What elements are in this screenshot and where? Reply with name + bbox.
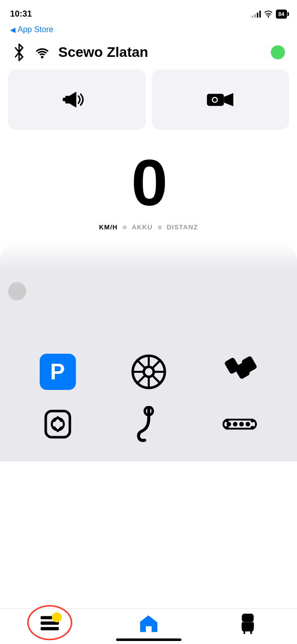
tab-controls[interactable]	[0, 614, 99, 632]
speed-display: 0	[0, 135, 297, 215]
home-indicator	[116, 638, 181, 641]
controls-icon-wrap	[40, 614, 60, 632]
status-bar: 10:31 84	[0, 0, 297, 24]
quick-actions-row	[0, 69, 297, 130]
camera-button[interactable]	[152, 69, 289, 130]
header: Scewo Zlatan	[0, 38, 297, 69]
elevator-button[interactable]	[38, 404, 78, 444]
metric-separator-2	[158, 225, 162, 229]
svg-point-25	[239, 422, 244, 427]
svg-line-15	[137, 375, 145, 383]
selector-area[interactable]	[0, 241, 297, 342]
svg-rect-34	[242, 614, 254, 622]
speed-value: 0	[131, 150, 165, 215]
tab-seat[interactable]	[198, 613, 297, 634]
camera-icon	[205, 87, 235, 112]
hook-button[interactable]	[129, 404, 169, 444]
parking-icon: P	[40, 354, 76, 390]
back-arrow-icon: ◀	[10, 26, 16, 34]
tracks-button[interactable]	[220, 352, 260, 392]
icons-row-1: P	[12, 352, 285, 392]
tab-home[interactable]	[99, 613, 198, 634]
home-icon	[138, 613, 159, 634]
svg-point-26	[245, 422, 250, 427]
status-icons: 84	[252, 10, 287, 19]
signal-icon	[252, 11, 261, 18]
seat-icon	[237, 613, 258, 634]
hook-icon	[134, 406, 164, 442]
wheel-button[interactable]	[129, 352, 169, 392]
wifi-icon	[264, 11, 273, 18]
svg-point-30	[225, 426, 229, 430]
svg-rect-33	[40, 627, 58, 630]
svg-point-27	[250, 419, 254, 422]
svg-point-0	[62, 98, 66, 102]
selector-track	[0, 241, 297, 342]
back-label: App Store	[18, 25, 53, 34]
device-name: Scewo Zlatan	[58, 44, 264, 60]
bluetooth-icon	[12, 43, 26, 61]
icons-row-2	[12, 404, 285, 444]
svg-point-23	[226, 422, 231, 427]
svg-point-28	[225, 419, 229, 422]
elevator-icon	[41, 407, 75, 441]
svg-point-5	[213, 98, 217, 102]
bumper-button[interactable]	[220, 404, 260, 444]
bumper-icon	[222, 412, 258, 437]
parking-button[interactable]: P	[38, 352, 78, 392]
svg-rect-19	[46, 411, 70, 437]
horn-icon	[62, 87, 92, 112]
svg-line-13	[152, 375, 160, 383]
icons-grid: P	[0, 342, 297, 461]
battery-indicator: 84	[276, 10, 287, 19]
metric-distanz[interactable]: DISTANZ	[167, 223, 198, 231]
notification-dot	[52, 612, 62, 622]
svg-point-29	[250, 426, 254, 430]
wifi-header-icon	[33, 45, 51, 60]
metric-tabs: KM/H AKKU DISTANZ	[0, 223, 297, 231]
connection-status-dot	[271, 45, 285, 59]
svg-point-20	[52, 418, 64, 430]
back-navigation[interactable]: ◀ App Store	[0, 24, 297, 38]
metric-kmh[interactable]: KM/H	[99, 223, 118, 231]
status-time: 10:31	[10, 9, 32, 19]
svg-marker-3	[224, 93, 234, 106]
wheel-icon	[131, 354, 167, 390]
tracks-icon	[223, 355, 257, 389]
svg-line-14	[152, 360, 160, 368]
metric-akku[interactable]: AKKU	[132, 223, 153, 231]
svg-point-24	[233, 422, 237, 427]
svg-line-12	[137, 360, 145, 368]
horn-button[interactable]	[8, 69, 146, 130]
selector-handle[interactable]	[8, 282, 26, 300]
metric-separator-1	[123, 225, 127, 229]
